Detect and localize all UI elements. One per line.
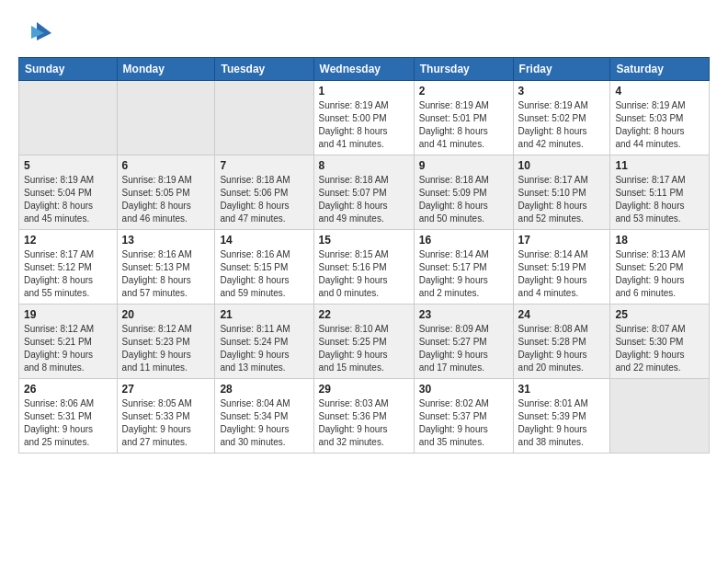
calendar-cell: 9Sunrise: 8:18 AM Sunset: 5:09 PM Daylig… [414,155,513,230]
day-info: Sunrise: 8:16 AM Sunset: 5:13 PM Dayligh… [122,248,210,300]
day-info: Sunrise: 8:11 AM Sunset: 5:24 PM Dayligh… [220,323,308,374]
calendar-week: 26Sunrise: 8:06 AM Sunset: 5:31 PM Dayli… [19,379,710,454]
calendar-cell: 3Sunrise: 8:19 AM Sunset: 5:02 PM Daylig… [513,81,610,155]
calendar-cell: 24Sunrise: 8:08 AM Sunset: 5:28 PM Dayli… [513,304,610,379]
calendar-cell: 17Sunrise: 8:14 AM Sunset: 5:19 PM Dayli… [513,230,610,304]
calendar-cell: 29Sunrise: 8:03 AM Sunset: 5:36 PM Dayli… [313,379,414,454]
day-info: Sunrise: 8:12 AM Sunset: 5:23 PM Dayligh… [122,323,210,374]
day-info: Sunrise: 8:15 AM Sunset: 5:16 PM Dayligh… [319,248,409,300]
day-info: Sunrise: 8:14 AM Sunset: 5:17 PM Dayligh… [419,248,508,300]
weekday-header: Tuesday [215,58,313,81]
calendar-cell: 2Sunrise: 8:19 AM Sunset: 5:01 PM Daylig… [414,81,513,155]
day-info: Sunrise: 8:17 AM Sunset: 5:10 PM Dayligh… [518,174,606,225]
calendar-cell: 11Sunrise: 8:17 AM Sunset: 5:11 PM Dayli… [610,155,710,230]
logo [18,15,55,48]
calendar-cell: 19Sunrise: 8:12 AM Sunset: 5:21 PM Dayli… [19,304,118,379]
calendar-cell [215,81,313,155]
weekday-header: Sunday [19,58,118,81]
calendar-cell: 30Sunrise: 8:02 AM Sunset: 5:37 PM Dayli… [414,379,513,454]
calendar: SundayMondayTuesdayWednesdayThursdayFrid… [18,57,710,454]
day-number: 2 [419,85,508,98]
day-number: 19 [24,308,112,321]
day-info: Sunrise: 8:19 AM Sunset: 5:03 PM Dayligh… [615,99,704,151]
day-info: Sunrise: 8:02 AM Sunset: 5:37 PM Dayligh… [419,397,508,449]
day-number: 6 [122,159,210,172]
day-info: Sunrise: 8:19 AM Sunset: 5:02 PM Dayligh… [518,99,606,151]
day-info: Sunrise: 8:07 AM Sunset: 5:30 PM Dayligh… [615,323,704,374]
day-number: 18 [615,234,704,247]
calendar-week: 5Sunrise: 8:19 AM Sunset: 5:04 PM Daylig… [19,155,710,230]
day-number: 7 [220,159,308,172]
calendar-body: 1Sunrise: 8:19 AM Sunset: 5:00 PM Daylig… [19,81,710,454]
calendar-week: 19Sunrise: 8:12 AM Sunset: 5:21 PM Dayli… [19,304,710,379]
calendar-week: 12Sunrise: 8:17 AM Sunset: 5:12 PM Dayli… [19,230,710,304]
weekday-header: Saturday [610,58,710,81]
day-number: 16 [419,234,508,247]
day-info: Sunrise: 8:01 AM Sunset: 5:39 PM Dayligh… [518,397,606,449]
calendar-cell: 5Sunrise: 8:19 AM Sunset: 5:04 PM Daylig… [19,155,118,230]
day-number: 20 [122,308,210,321]
day-info: Sunrise: 8:18 AM Sunset: 5:06 PM Dayligh… [220,174,308,225]
day-number: 1 [319,85,409,98]
day-info: Sunrise: 8:18 AM Sunset: 5:09 PM Dayligh… [419,174,508,225]
calendar-cell: 15Sunrise: 8:15 AM Sunset: 5:16 PM Dayli… [313,230,414,304]
day-info: Sunrise: 8:03 AM Sunset: 5:36 PM Dayligh… [319,397,409,449]
calendar-cell: 13Sunrise: 8:16 AM Sunset: 5:13 PM Dayli… [117,230,215,304]
day-number: 23 [419,308,508,321]
day-number: 17 [518,234,606,247]
calendar-cell: 7Sunrise: 8:18 AM Sunset: 5:06 PM Daylig… [215,155,313,230]
calendar-cell: 4Sunrise: 8:19 AM Sunset: 5:03 PM Daylig… [610,81,710,155]
calendar-cell: 10Sunrise: 8:17 AM Sunset: 5:10 PM Dayli… [513,155,610,230]
day-info: Sunrise: 8:06 AM Sunset: 5:31 PM Dayligh… [24,397,112,449]
calendar-cell: 28Sunrise: 8:04 AM Sunset: 5:34 PM Dayli… [215,379,313,454]
logo-icon [18,15,51,48]
day-info: Sunrise: 8:17 AM Sunset: 5:11 PM Dayligh… [615,174,704,225]
calendar-cell [610,379,710,454]
calendar-cell: 25Sunrise: 8:07 AM Sunset: 5:30 PM Dayli… [610,304,710,379]
day-number: 3 [518,85,606,98]
header [18,15,710,48]
weekday-header: Wednesday [313,58,414,81]
day-info: Sunrise: 8:10 AM Sunset: 5:25 PM Dayligh… [319,323,409,374]
day-number: 28 [220,383,308,396]
page: SundayMondayTuesdayWednesdayThursdayFrid… [0,0,728,468]
calendar-cell: 26Sunrise: 8:06 AM Sunset: 5:31 PM Dayli… [19,379,118,454]
day-number: 11 [615,159,704,172]
calendar-cell [19,81,118,155]
calendar-week: 1Sunrise: 8:19 AM Sunset: 5:00 PM Daylig… [19,81,710,155]
day-number: 4 [615,85,704,98]
calendar-cell: 12Sunrise: 8:17 AM Sunset: 5:12 PM Dayli… [19,230,118,304]
calendar-cell: 27Sunrise: 8:05 AM Sunset: 5:33 PM Dayli… [117,379,215,454]
day-number: 14 [220,234,308,247]
calendar-cell: 22Sunrise: 8:10 AM Sunset: 5:25 PM Dayli… [313,304,414,379]
calendar-cell: 6Sunrise: 8:19 AM Sunset: 5:05 PM Daylig… [117,155,215,230]
day-info: Sunrise: 8:19 AM Sunset: 5:00 PM Dayligh… [319,99,409,151]
weekday-header: Friday [513,58,610,81]
calendar-cell: 20Sunrise: 8:12 AM Sunset: 5:23 PM Dayli… [117,304,215,379]
calendar-cell [117,81,215,155]
day-number: 5 [24,159,112,172]
day-number: 24 [518,308,606,321]
day-info: Sunrise: 8:04 AM Sunset: 5:34 PM Dayligh… [220,397,308,449]
day-number: 10 [518,159,606,172]
calendar-cell: 21Sunrise: 8:11 AM Sunset: 5:24 PM Dayli… [215,304,313,379]
day-number: 29 [319,383,409,396]
weekday-row: SundayMondayTuesdayWednesdayThursdayFrid… [19,58,710,81]
day-number: 27 [122,383,210,396]
day-info: Sunrise: 8:09 AM Sunset: 5:27 PM Dayligh… [419,323,508,374]
day-info: Sunrise: 8:19 AM Sunset: 5:04 PM Dayligh… [24,174,112,225]
calendar-cell: 1Sunrise: 8:19 AM Sunset: 5:00 PM Daylig… [313,81,414,155]
day-info: Sunrise: 8:18 AM Sunset: 5:07 PM Dayligh… [319,174,409,225]
calendar-cell: 14Sunrise: 8:16 AM Sunset: 5:15 PM Dayli… [215,230,313,304]
calendar-cell: 23Sunrise: 8:09 AM Sunset: 5:27 PM Dayli… [414,304,513,379]
day-info: Sunrise: 8:16 AM Sunset: 5:15 PM Dayligh… [220,248,308,300]
day-number: 12 [24,234,112,247]
day-info: Sunrise: 8:13 AM Sunset: 5:20 PM Dayligh… [615,248,704,300]
calendar-cell: 8Sunrise: 8:18 AM Sunset: 5:07 PM Daylig… [313,155,414,230]
day-number: 13 [122,234,210,247]
day-info: Sunrise: 8:14 AM Sunset: 5:19 PM Dayligh… [518,248,606,300]
weekday-header: Monday [117,58,215,81]
day-number: 26 [24,383,112,396]
calendar-header: SundayMondayTuesdayWednesdayThursdayFrid… [19,58,710,81]
day-number: 9 [419,159,508,172]
